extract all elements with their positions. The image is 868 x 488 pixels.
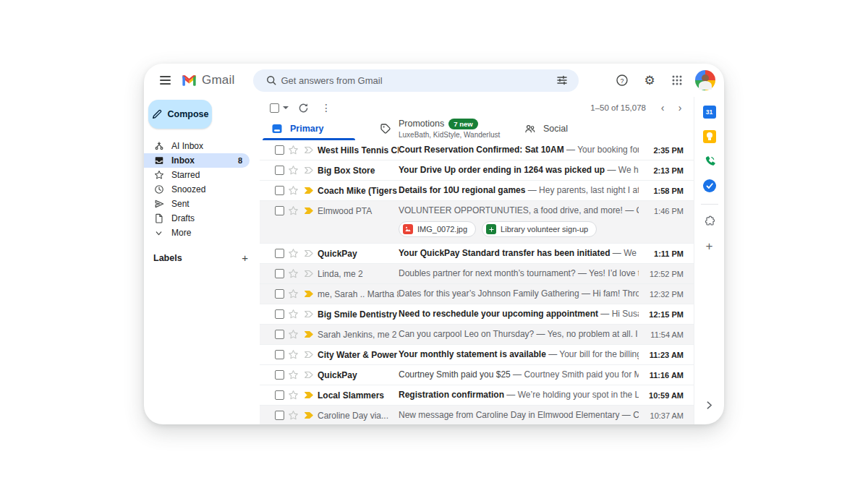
addons-puzzle-icon[interactable]: [699, 210, 720, 232]
keep-icon[interactable]: [699, 126, 720, 147]
row-checkbox[interactable]: [275, 289, 284, 299]
importance-marker-icon[interactable]: [300, 365, 318, 385]
star-icon: [153, 170, 164, 181]
sidebar-item-inbox[interactable]: Inbox8: [144, 153, 250, 168]
attachment-name: IMG_0072.jpg: [417, 225, 467, 234]
importance-marker-icon[interactable]: [300, 304, 318, 324]
older-page-icon[interactable]: ›: [672, 100, 688, 116]
row-checkbox[interactable]: [275, 206, 284, 215]
sidebar-item-snoozed[interactable]: Snoozed: [144, 182, 250, 197]
row-checkbox[interactable]: [275, 249, 284, 258]
add-label-icon[interactable]: +: [242, 252, 248, 263]
row-checkbox[interactable]: [275, 269, 284, 278]
star-icon[interactable]: [286, 325, 300, 344]
email-row[interactable]: me, Sarah .. Martha 8Dates for this year…: [260, 284, 694, 304]
email-row[interactable]: Big Smile DentistryNeed to reschedule yo…: [260, 304, 694, 325]
row-checkbox[interactable]: [275, 411, 284, 420]
star-icon[interactable]: [286, 385, 300, 405]
email-row[interactable]: Linda, me 2Doubles partner for next mont…: [260, 264, 694, 284]
importance-marker-icon[interactable]: [300, 385, 318, 405]
sidebar-item-drafts[interactable]: Drafts: [144, 211, 250, 226]
star-icon[interactable]: [286, 365, 300, 385]
tab-primary-icon: [271, 123, 283, 134]
email-time: 12:32 PM: [639, 284, 694, 304]
star-icon[interactable]: [286, 201, 300, 221]
star-icon[interactable]: [286, 160, 300, 180]
email-row[interactable]: Local SlammersRegistration confirmation …: [260, 385, 694, 406]
collapse-panel-icon[interactable]: [699, 394, 720, 416]
email-row[interactable]: QuickPayCourtney Smith paid you $25 — Co…: [260, 365, 694, 385]
email-subject: Doubles partner for next month’s tournam…: [399, 268, 576, 278]
attachment-chip[interactable]: IMG_0072.jpg: [399, 221, 476, 237]
tasks-icon[interactable]: [699, 175, 720, 197]
sidebar-item-ai-inbox[interactable]: AI Inbox: [144, 139, 250, 153]
sidebar-item-label: Sent: [171, 199, 190, 209]
tab-primary[interactable]: Primary: [260, 116, 368, 140]
select-all-checkbox[interactable]: [270, 103, 279, 113]
row-checkbox[interactable]: [275, 309, 284, 319]
email-row[interactable]: Caroline Day via...New message from Caro…: [260, 406, 694, 424]
send-icon: [153, 199, 164, 210]
search-filters-icon[interactable]: [553, 71, 571, 90]
email-row[interactable]: Big Box StoreYour Drive Up order ending …: [260, 160, 694, 181]
importance-marker-icon[interactable]: [300, 325, 318, 344]
email-row[interactable]: Elmwood PTAVOLUNTEER OPPORTUNUTIES, a fo…: [260, 201, 694, 244]
star-icon[interactable]: [286, 406, 300, 424]
importance-marker-icon[interactable]: [300, 284, 318, 304]
sidebar: Compose AI InboxInbox8StarredSnoozedSent…: [144, 97, 260, 424]
search-input[interactable]: [281, 75, 553, 86]
star-icon[interactable]: [286, 345, 300, 364]
row-checkbox[interactable]: [275, 370, 284, 380]
row-checkbox[interactable]: [275, 186, 284, 195]
newer-page-icon[interactable]: ‹: [655, 100, 671, 116]
importance-marker-icon[interactable]: [300, 160, 318, 180]
star-icon[interactable]: [286, 181, 300, 200]
email-subject: Need to reschedule your upcoming appoint…: [399, 309, 598, 319]
add-panel-app-icon[interactable]: +: [699, 235, 720, 257]
importance-marker-icon[interactable]: [300, 201, 318, 221]
settings-gear-icon[interactable]: ⚙: [640, 71, 659, 90]
row-checkbox[interactable]: [275, 390, 284, 400]
row-checkbox[interactable]: [275, 330, 284, 339]
star-icon[interactable]: [286, 304, 300, 324]
importance-marker-icon[interactable]: [300, 264, 318, 283]
tab-label: Promotions: [399, 119, 444, 129]
email-row[interactable]: West Hills Tennis ClubCourt Reservation …: [260, 140, 694, 160]
email-time: 11:16 AM: [639, 365, 694, 385]
importance-marker-icon[interactable]: [300, 406, 318, 424]
star-icon[interactable]: [286, 284, 300, 304]
importance-marker-icon[interactable]: [300, 181, 318, 200]
sidebar-item-sent[interactable]: Sent: [144, 197, 250, 211]
apps-grid-icon[interactable]: [668, 71, 686, 90]
search-icon[interactable]: [262, 71, 281, 90]
calendar-icon[interactable]: 31: [699, 101, 720, 123]
importance-marker-icon[interactable]: [300, 244, 318, 263]
email-row[interactable]: Coach Mike (Tigers SC)Details for 10U re…: [260, 181, 694, 201]
star-icon[interactable]: [286, 140, 300, 160]
row-checkbox[interactable]: [275, 166, 284, 175]
help-icon[interactable]: ?: [613, 71, 631, 90]
row-checkbox[interactable]: [275, 350, 284, 359]
compose-button[interactable]: Compose: [148, 100, 212, 129]
tab-promotions[interactable]: Promotions7 newLuxeBath, KidStyle, Wande…: [368, 116, 513, 140]
email-row[interactable]: QuickPayYour QuickPay Standard transfer …: [260, 244, 694, 264]
sidebar-item-starred[interactable]: Starred: [144, 168, 250, 182]
refresh-icon[interactable]: [294, 99, 312, 116]
email-row[interactable]: Sarah Jenkins, me 2Can you carpool Leo o…: [260, 325, 694, 345]
tab-social[interactable]: Social: [513, 116, 629, 140]
importance-marker-icon[interactable]: [300, 345, 318, 364]
row-checkbox[interactable]: [275, 145, 284, 155]
select-dropdown-icon[interactable]: [283, 106, 289, 109]
star-icon[interactable]: [286, 244, 300, 263]
avatar[interactable]: [695, 70, 715, 90]
attachment-chip[interactable]: Library volunteer sign-up: [482, 221, 597, 237]
new-count-badge: 7 new: [448, 119, 477, 129]
main-menu-icon[interactable]: [156, 71, 174, 90]
sidebar-item-label: Drafts: [171, 213, 195, 223]
star-icon[interactable]: [286, 264, 300, 283]
email-row[interactable]: City Water & PowerYour monthly statement…: [260, 345, 694, 365]
more-options-icon[interactable]: ⋮: [318, 99, 335, 116]
voice-icon[interactable]: [699, 150, 720, 172]
importance-marker-icon[interactable]: [300, 140, 318, 160]
sidebar-item-more[interactable]: More: [144, 226, 250, 240]
